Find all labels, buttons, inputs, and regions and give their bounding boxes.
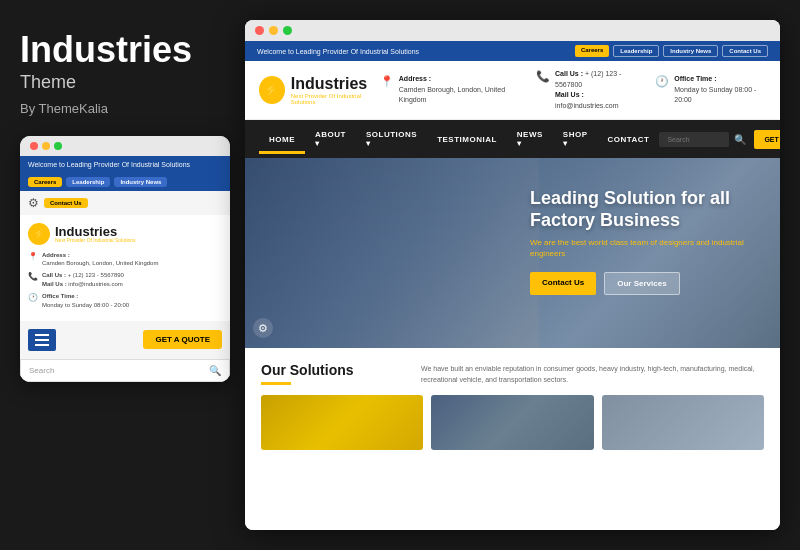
site-nav: HOME ABOUT ▾ SOLUTIONS ▾ TESTIMONIAL NEW…: [245, 120, 780, 158]
site-solutions-image-1: [261, 395, 423, 450]
mobile-call-text: Call Us : + (12) 123 - 5567890 Mail Us :…: [42, 271, 124, 288]
site-nav-search: 🔍: [659, 132, 746, 147]
theme-title: Industries: [20, 30, 225, 70]
site-search-icon[interactable]: 🔍: [734, 134, 746, 145]
site-address-item: 📍 Address : Camden Borough, London, Unit…: [380, 74, 522, 106]
mobile-get-quote-button[interactable]: GET A QUOTE: [143, 330, 222, 349]
phone-icon: 📞: [28, 272, 38, 281]
site-pill-contact[interactable]: Contact Us: [722, 45, 768, 57]
nav-about[interactable]: ABOUT ▾: [305, 120, 356, 158]
mobile-content: ⚡ Industries Next Provider Of Industrial…: [20, 215, 230, 321]
menu-line-3: [35, 344, 49, 346]
site-pill-industry[interactable]: Industry News: [663, 45, 718, 57]
mobile-address-row: 📍 Address : Camden Borough, London, Unit…: [28, 251, 222, 268]
mobile-nav-pills: Careers Leadership Industry News: [20, 173, 230, 191]
theme-subtitle: Theme: [20, 72, 225, 93]
site-solutions-images: [261, 395, 764, 450]
desktop-mockup: Welcome to Leading Provider Of Industria…: [245, 20, 780, 530]
mobile-office-text: Office Time : Monday to Sunday 08:00 - 2…: [42, 292, 129, 309]
desktop-dot-green: [283, 26, 292, 35]
mobile-address-text: Address : Camden Borough, London, United…: [42, 251, 158, 268]
site-logo: ⚡ Industries Next Provider Of Industrial…: [259, 75, 380, 105]
site-hero-subtitle: We are the best world class team of desi…: [530, 237, 760, 259]
site-header: ⚡ Industries Next Provider Of Industrial…: [245, 61, 780, 120]
site-pill-careers[interactable]: Careers: [575, 45, 609, 57]
site-phone-icon: 📞: [536, 70, 550, 83]
theme-author: By ThemeKalia: [20, 101, 225, 116]
site-solutions-title: Our Solutions: [261, 362, 401, 378]
site-call-text: Call Us : + (12) 123 - 5567800 Mail Us :…: [555, 69, 641, 111]
mobile-search-text: Search: [29, 366, 54, 375]
site-contact-button[interactable]: Contact Us: [530, 272, 596, 295]
mobile-dot-green: [54, 142, 62, 150]
mobile-gear-row: ⚙ Contact Us: [20, 191, 230, 215]
left-panel: Industries Theme By ThemeKalia Welcome t…: [0, 0, 245, 550]
mobile-footer: GET A QUOTE: [20, 321, 230, 359]
mobile-call-row: 📞 Call Us : + (12) 123 - 5567890 Mail Us…: [28, 271, 222, 288]
location-icon: 📍: [28, 252, 38, 261]
site-solutions-header: Our Solutions We have built an enviable …: [261, 362, 764, 385]
mobile-dot-red: [30, 142, 38, 150]
site-hero-title: Leading Solution for all Factory Busines…: [530, 188, 760, 231]
site-logo-text: Industries: [291, 75, 380, 93]
site-header-info: 📍 Address : Camden Borough, London, Unit…: [380, 69, 766, 111]
site-solutions-image-3: [602, 395, 764, 450]
mobile-pill-contact[interactable]: Contact Us: [44, 198, 88, 208]
mobile-topbar-blue: Welcome to Leading Provider Of Industria…: [20, 156, 230, 173]
site-solutions-text: We have built an enviable reputation in …: [421, 362, 764, 385]
site-solutions-underline: [261, 382, 291, 385]
hamburger-icon[interactable]: [28, 329, 56, 351]
site-office-text: Office Time : Monday to Sunday 08:00 - 2…: [674, 74, 766, 106]
mobile-search-icon[interactable]: 🔍: [209, 365, 221, 376]
site-solutions-image-2: [431, 395, 593, 450]
mobile-logo-sub: Next Provider Of Industrial Solutions: [55, 237, 136, 243]
site-hero-content: Leading Solution for all Factory Busines…: [530, 188, 760, 295]
mobile-pill-industry[interactable]: Industry News: [114, 177, 167, 187]
nav-shop[interactable]: SHOP ▾: [553, 120, 598, 158]
desktop-window-bar: [245, 20, 780, 41]
site-solutions-section: Our Solutions We have built an enviable …: [245, 348, 780, 530]
mobile-logo: ⚡ Industries Next Provider Of Industrial…: [28, 223, 222, 245]
mobile-window-bar: [20, 136, 230, 156]
nav-contact[interactable]: CONTACT: [597, 125, 659, 154]
site-topbar: Welcome to Leading Provider Of Industria…: [245, 41, 780, 61]
desktop-dot-red: [255, 26, 264, 35]
menu-line-2: [35, 339, 49, 341]
site-logo-sub: Next Provider Of Industrial Solutions: [291, 93, 380, 105]
mobile-search-bar: Search 🔍: [20, 359, 230, 382]
website-content: Welcome to Leading Provider Of Industria…: [245, 41, 780, 530]
site-services-button[interactable]: Our Services: [604, 272, 679, 295]
nav-home[interactable]: HOME: [259, 125, 305, 154]
clock-icon: 🕐: [28, 293, 38, 302]
site-get-quote-button[interactable]: GET A QUOTE: [754, 130, 780, 149]
site-clock-icon: 🕐: [655, 75, 669, 88]
site-hero-buttons: Contact Us Our Services: [530, 272, 760, 295]
site-call-item: 📞 Call Us : + (12) 123 - 5567800 Mail Us…: [536, 69, 641, 111]
hero-person-area: [245, 158, 539, 348]
site-solutions-left: Our Solutions: [261, 362, 401, 385]
site-hero: Leading Solution for all Factory Busines…: [245, 158, 780, 348]
mobile-mockup: Welcome to Leading Provider Of Industria…: [20, 136, 230, 382]
menu-line-1: [35, 334, 49, 336]
mobile-pill-careers[interactable]: Careers: [28, 177, 62, 187]
nav-testimonial[interactable]: TESTIMONIAL: [427, 125, 507, 154]
gear-icon[interactable]: ⚙: [28, 196, 39, 210]
site-topbar-right: Careers Leadership Industry News Contact…: [575, 45, 768, 57]
site-logo-icon: ⚡: [259, 76, 285, 104]
mobile-pill-leadership[interactable]: Leadership: [66, 177, 110, 187]
nav-solutions[interactable]: SOLUTIONS ▾: [356, 120, 427, 158]
site-pill-leadership[interactable]: Leadership: [613, 45, 659, 57]
site-office-item: 🕐 Office Time : Monday to Sunday 08:00 -…: [655, 74, 766, 106]
nav-news[interactable]: NEWS ▾: [507, 120, 553, 158]
mobile-dot-yellow: [42, 142, 50, 150]
desktop-dot-yellow: [269, 26, 278, 35]
mobile-office-row: 🕐 Office Time : Monday to Sunday 08:00 -…: [28, 292, 222, 309]
site-address-text: Address : Camden Borough, London, United…: [399, 74, 522, 106]
site-search-input[interactable]: [659, 132, 729, 147]
mobile-logo-icon: ⚡: [28, 223, 50, 245]
site-topbar-text: Welcome to Leading Provider Of Industria…: [257, 48, 419, 55]
site-location-icon: 📍: [380, 75, 394, 88]
site-hero-gear-icon: ⚙: [253, 318, 273, 338]
